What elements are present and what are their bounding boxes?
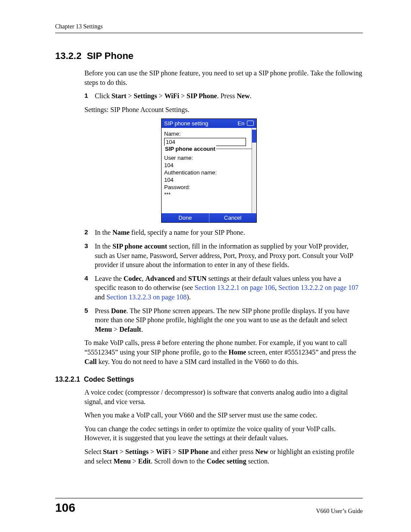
section-title: SIP Phone — [87, 50, 133, 61]
scrollbar[interactable] — [252, 128, 256, 213]
step-4: 4 Leave the Codec, Advanced and STUN set… — [84, 274, 363, 302]
name-input[interactable]: 104 — [164, 138, 246, 146]
softkey-done[interactable]: Done — [162, 213, 209, 222]
phone-lang-indicator: En — [237, 120, 254, 127]
authname-label: Authentication name: — [164, 169, 254, 176]
name-label: Name: — [164, 131, 254, 137]
phone-titlebar: SIP phone setting En — [162, 119, 256, 128]
codec-p2: When you make a VoIP call, your V660 and… — [84, 411, 363, 420]
page-footer: 106 V660 User’s Guide — [55, 498, 363, 515]
intro-paragraph: Before you can use the SIP phone feature… — [84, 68, 363, 87]
xref-link[interactable]: Section 13.2.2.3 on page 108 — [106, 293, 187, 301]
running-header: Chapter 13 Settings — [55, 23, 363, 33]
account-legend: SIP phone account — [164, 146, 216, 152]
xref-link[interactable]: Section 13.2.2.2 on page 107 — [278, 284, 358, 291]
keyboard-icon — [247, 121, 254, 126]
guide-name: V660 User’s Guide — [316, 508, 363, 515]
figure: SIP phone setting En Name: 104 SIP phone… — [55, 118, 363, 223]
authname-value[interactable]: 104 — [164, 177, 254, 183]
section-heading: 13.2.2 SIP Phone — [55, 50, 363, 62]
subsection-heading: 13.2.2.1 Codec Settings — [55, 376, 363, 383]
username-value[interactable]: 104 — [164, 162, 254, 168]
step-3: 3 In the SIP phone account section, fill… — [84, 242, 363, 270]
password-value[interactable]: *** — [164, 191, 254, 198]
step-number: 2 — [84, 228, 88, 236]
step-number: 4 — [84, 274, 88, 283]
softkey-cancel[interactable]: Cancel — [209, 213, 257, 222]
closing-paragraph: To make VoIP calls, press # before enter… — [84, 338, 363, 366]
step-number: 3 — [84, 242, 88, 250]
codec-p1: A voice codec (compressor / decompressor… — [84, 388, 363, 406]
subsection-number: 13.2.2.1 — [55, 376, 80, 383]
phone-title: SIP phone setting — [164, 120, 208, 127]
subsection-title: Codec Settings — [84, 376, 134, 383]
codec-p3: You can change the codec settings in ord… — [84, 424, 363, 443]
page-number: 106 — [55, 501, 75, 515]
xref-link[interactable]: Section 13.2.2.1 on page 106 — [195, 284, 275, 291]
username-label: User name: — [164, 155, 254, 161]
figure-caption: Settings: SIP Phone Account Settings. — [55, 105, 363, 115]
step-5: 5 Press Done. The SIP Phone screen appea… — [84, 306, 363, 334]
step-number: 1 — [84, 91, 88, 100]
step-1: 1 Click Start > Settings > WiFi > SIP Ph… — [84, 91, 363, 101]
codec-p4: Select Start > Settings > WiFi > SIP Pho… — [84, 447, 363, 466]
password-label: Password: — [164, 184, 254, 190]
phone-screenshot: SIP phone setting En Name: 104 SIP phone… — [161, 118, 257, 223]
step-number: 5 — [84, 306, 88, 315]
step-2: 2 In the Name field, specify a name for … — [84, 228, 363, 237]
section-number: 13.2.2 — [55, 50, 81, 61]
